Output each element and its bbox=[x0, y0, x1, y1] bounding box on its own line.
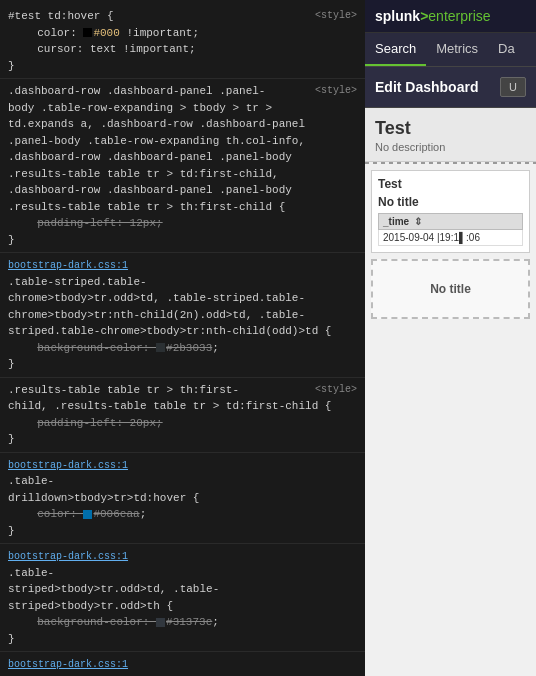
sort-icon: ⇕ bbox=[414, 216, 422, 227]
code-line: background-color: #31373e; bbox=[8, 614, 357, 631]
code-line: .table-striped.table- bbox=[8, 274, 357, 291]
code-line: padding-left: 20px; bbox=[8, 415, 357, 432]
code-editor-panel: <style> #test td:hover { color: #000 !im… bbox=[0, 0, 365, 676]
edit-dashboard-bar: Edit Dashboard U bbox=[365, 67, 536, 108]
edit-dashboard-button[interactable]: U bbox=[500, 77, 526, 97]
edit-dashboard-title: Edit Dashboard bbox=[375, 79, 478, 95]
code-line: #test td:hover { bbox=[8, 8, 357, 25]
code-block-2: <style> .dashboard-row .dashboard-panel … bbox=[0, 79, 365, 253]
code-block-6: bootstrap-dark.css:1 .table- striped>tbo… bbox=[0, 544, 365, 652]
code-line: .results-table table tr > th:first- bbox=[8, 382, 357, 399]
code-line: body .table-row-expanding > tbody > tr > bbox=[8, 100, 357, 117]
dashboard-title-area: Test No description bbox=[365, 108, 536, 162]
splunk-text: splunk bbox=[375, 8, 420, 24]
code-line: .dashboard-row .dashboard-panel .panel-b… bbox=[8, 149, 357, 166]
dashboard-content: Test No description Test No title _time bbox=[365, 108, 536, 676]
code-block-5: bootstrap-dark.css:1 .table- drilldown>t… bbox=[0, 453, 365, 545]
panel-2-dashed: No title bbox=[371, 259, 530, 319]
code-block-4: <style> .results-table table tr > th:fir… bbox=[0, 378, 365, 453]
code-line: .results-table table tr > th:first-child… bbox=[8, 199, 357, 216]
code-line: child, .results-table table tr > td:firs… bbox=[8, 398, 357, 415]
code-line: chrome>tbody>tr:nth-child(2n).odd>td, .t… bbox=[8, 307, 357, 324]
code-line: drilldown>tbody>tr>td:hover { bbox=[8, 490, 357, 507]
code-line: } bbox=[8, 232, 357, 249]
code-line: } bbox=[8, 356, 357, 373]
code-line: } bbox=[8, 523, 357, 540]
panel-2-no-title: No title bbox=[430, 282, 471, 296]
code-line: striped>tbody>tr.odd>th { bbox=[8, 598, 357, 615]
panel-1-table: _time ⇕ 2015-09-04 |19:1▌:06 bbox=[378, 213, 523, 246]
code-line: .dashboard-row .dashboard-panel .panel- bbox=[8, 83, 357, 100]
nav-search[interactable]: Search bbox=[365, 33, 426, 66]
panel-1-col-time: _time ⇕ bbox=[379, 214, 523, 230]
code-line: striped>tbody>tr.odd>td, .table- bbox=[8, 581, 357, 598]
dashboard-main-title: Test bbox=[375, 118, 526, 139]
splunk-nav: Search Metrics Da bbox=[365, 33, 536, 67]
code-line: } bbox=[8, 58, 357, 75]
code-line: .results-table table tr > td:first-child… bbox=[8, 166, 357, 183]
nav-metrics[interactable]: Metrics bbox=[426, 33, 488, 66]
color-swatch bbox=[83, 28, 92, 37]
tag-style-1: <style> bbox=[315, 8, 357, 23]
css-link-3[interactable]: bootstrap-dark.css:1 bbox=[8, 260, 128, 271]
splunk-enterprise: enterprise bbox=[428, 8, 490, 24]
css-link-6[interactable]: bootstrap-dark.css:1 bbox=[8, 551, 128, 562]
code-line: color: #006eaa; bbox=[8, 506, 357, 523]
panel-1-title: Test bbox=[378, 177, 523, 191]
code-line: } bbox=[8, 631, 357, 648]
tag-style-2: <style> bbox=[315, 83, 357, 98]
code-line: } bbox=[8, 431, 357, 448]
tag-style-4: <style> bbox=[315, 382, 357, 397]
code-line: .dashboard-row .dashboard-panel .panel-b… bbox=[8, 182, 357, 199]
dashboard-inner: Test No description Test No title _time bbox=[365, 108, 536, 676]
code-block-7: bootstrap-dark.css:1 .table- striped>tbo… bbox=[0, 652, 365, 676]
code-line: td.expands a, .dashboard-row .dashboard-… bbox=[8, 116, 357, 133]
code-line: striped.table-chrome>tbody>tr:nth-child(… bbox=[8, 323, 357, 340]
code-line: padding-left: 12px; bbox=[8, 215, 357, 232]
table-row: 2015-09-04 |19:1▌:06 bbox=[379, 230, 523, 246]
right-panel: splunk>enterprise Search Metrics Da Edit… bbox=[365, 0, 536, 676]
splunk-header: splunk>enterprise bbox=[365, 0, 536, 33]
code-line: cursor: text !important; bbox=[8, 41, 357, 58]
code-line: .panel-body .table-row-expanding th.col-… bbox=[8, 133, 357, 150]
css-link-5[interactable]: bootstrap-dark.css:1 bbox=[8, 460, 128, 471]
css-link-7[interactable]: bootstrap-dark.css:1 bbox=[8, 659, 128, 670]
panel-area: Test No title _time ⇕ bbox=[365, 164, 536, 331]
code-line: background-color: #2b3033; bbox=[8, 340, 357, 357]
code-line: .table- bbox=[8, 565, 357, 582]
code-line: color: #000 !important; bbox=[8, 25, 357, 42]
table-cell-time: 2015-09-04 |19:1▌:06 bbox=[379, 230, 523, 246]
code-line: .table- bbox=[8, 673, 357, 677]
code-line: .table- bbox=[8, 473, 357, 490]
splunk-logo: splunk>enterprise bbox=[375, 8, 526, 24]
dashboard-description: No description bbox=[375, 141, 526, 153]
code-block-1: <style> #test td:hover { color: #000 !im… bbox=[0, 4, 365, 79]
panel-1-no-title: No title bbox=[378, 195, 523, 209]
code-line: chrome>tbody>tr.odd>td, .table-striped.t… bbox=[8, 290, 357, 307]
code-block-3: bootstrap-dark.css:1 .table-striped.tabl… bbox=[0, 253, 365, 378]
panel-1: Test No title _time ⇕ bbox=[371, 170, 530, 253]
nav-da[interactable]: Da bbox=[488, 33, 525, 66]
